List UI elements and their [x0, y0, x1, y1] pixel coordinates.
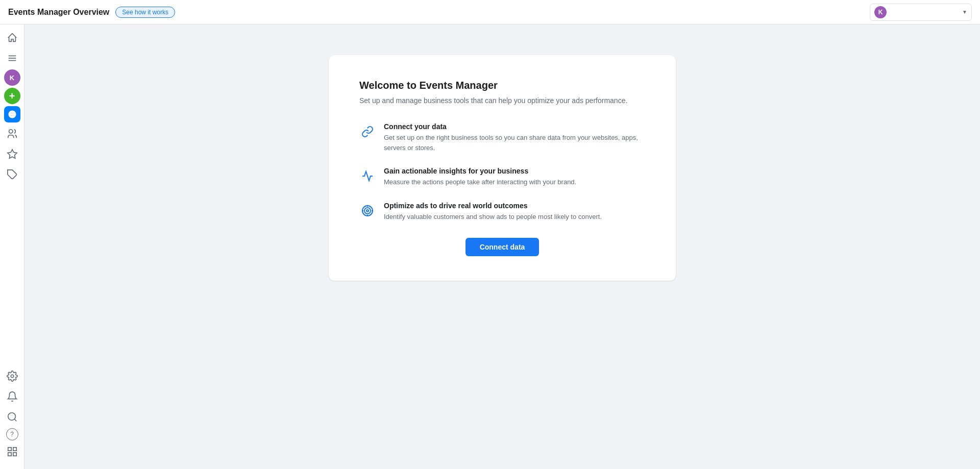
search-icon[interactable]	[3, 408, 21, 426]
see-how-badge[interactable]: See how it works	[115, 7, 175, 18]
home-icon[interactable]	[3, 29, 21, 47]
header-right: K ▼	[870, 4, 972, 21]
add-icon[interactable]: +	[4, 88, 20, 104]
svg-point-17	[364, 208, 371, 214]
feature-insights: Gain actionable insights for your busine…	[359, 167, 645, 187]
help-icon[interactable]: ?	[6, 428, 18, 440]
svg-marker-7	[7, 150, 16, 158]
svg-point-6	[9, 130, 12, 133]
feature-optimize: Optimize ads to drive real world outcome…	[359, 202, 645, 222]
svg-point-18	[366, 210, 369, 212]
account-selector[interactable]: K ▼	[870, 4, 972, 21]
svg-point-5	[11, 113, 13, 116]
svg-rect-12	[8, 448, 11, 451]
feature-connect-data: Connect your data Get set up on the righ…	[359, 122, 645, 153]
feature-insights-title: Gain actionable insights for your busine…	[384, 167, 576, 175]
feature-connect-data-content: Connect your data Get set up on the righ…	[384, 122, 645, 153]
people-icon[interactable]	[3, 125, 21, 143]
header-left: Events Manager Overview See how it works	[8, 7, 870, 18]
feature-insights-content: Gain actionable insights for your busine…	[384, 167, 576, 187]
header: Events Manager Overview See how it works…	[0, 0, 980, 24]
welcome-card: Welcome to Events Manager Set up and man…	[329, 55, 676, 281]
page-title: Events Manager Overview	[8, 8, 109, 17]
account-avatar-header: K	[874, 6, 887, 18]
feature-optimize-desc: Identify valuable customers and show ads…	[384, 212, 602, 222]
content-area: Welcome to Events Manager Set up and man…	[24, 24, 980, 469]
connect-data-button[interactable]: Connect data	[465, 238, 540, 256]
feature-connect-data-desc: Get set up on the right business tools s…	[384, 133, 645, 153]
chevron-down-icon: ▼	[962, 9, 967, 15]
svg-rect-15	[13, 453, 16, 456]
star-icon[interactable]	[3, 145, 21, 163]
tags-icon[interactable]	[3, 165, 21, 184]
connect-btn-wrapper: Connect data	[359, 238, 645, 256]
svg-rect-14	[8, 453, 11, 456]
optimize-icon	[359, 203, 376, 219]
menu-icon[interactable]	[3, 49, 21, 67]
link-icon	[359, 124, 376, 140]
sidebar-bottom: ?	[3, 367, 21, 465]
welcome-subtitle: Set up and manage business tools that ca…	[359, 95, 645, 106]
welcome-title: Welcome to Events Manager	[359, 80, 645, 91]
grid-icon[interactable]	[3, 442, 21, 461]
events-manager-icon[interactable]	[4, 106, 20, 122]
svg-rect-13	[13, 448, 16, 451]
svg-point-9	[11, 375, 14, 378]
svg-line-11	[14, 419, 16, 421]
svg-point-10	[8, 413, 15, 421]
main-layout: K +	[0, 24, 980, 469]
bell-icon[interactable]	[3, 387, 21, 406]
feature-optimize-content: Optimize ads to drive real world outcome…	[384, 202, 602, 222]
feature-connect-data-title: Connect your data	[384, 122, 645, 131]
feature-optimize-title: Optimize ads to drive real world outcome…	[384, 202, 602, 210]
feature-insights-desc: Measure the actions people take after in…	[384, 177, 576, 187]
sidebar: K +	[0, 24, 24, 469]
user-avatar-icon[interactable]: K	[4, 69, 20, 86]
insights-icon	[359, 168, 376, 184]
settings-icon[interactable]	[3, 367, 21, 385]
